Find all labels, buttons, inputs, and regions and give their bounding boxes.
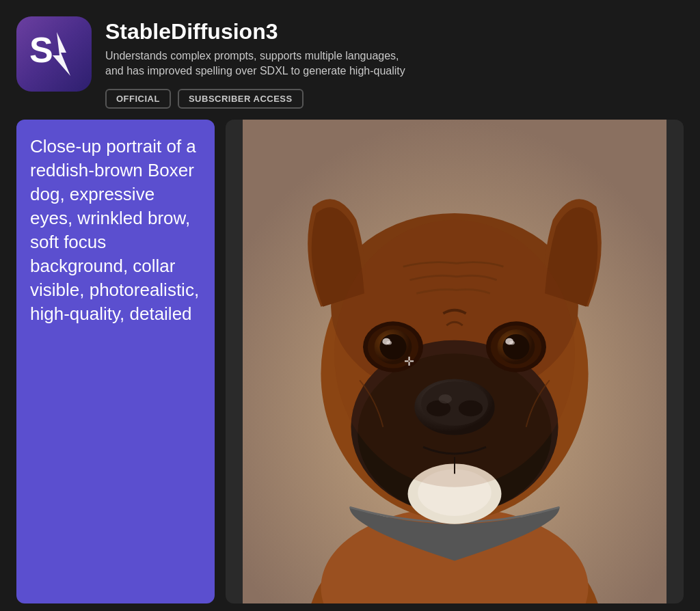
svg-point-27 [334,219,575,487]
app-title: StableDiffusion3 [105,19,684,44]
badge-container: OFFICIAL SUBSCRIBER ACCESS [105,89,684,109]
prompt-text: Close-up portrait of a reddish-brown Box… [30,135,201,327]
header-text: StableDiffusion3 Understands complex pro… [105,16,684,109]
official-badge: OFFICIAL [105,89,171,109]
prompt-panel: Close-up portrait of a reddish-brown Box… [16,120,215,603]
app-header: S StableDiffusion3 Understands complex p… [0,0,700,120]
subscriber-badge: SUBSCRIBER ACCESS [178,89,304,109]
main-content: Close-up portrait of a reddish-brown Box… [0,120,700,611]
dog-illustration [226,120,684,603]
app-icon: S [16,16,92,92]
app-description: Understands complex prompts, supports mu… [105,49,684,79]
image-panel: ✛ [226,120,684,603]
svg-text:S: S [29,30,53,70]
